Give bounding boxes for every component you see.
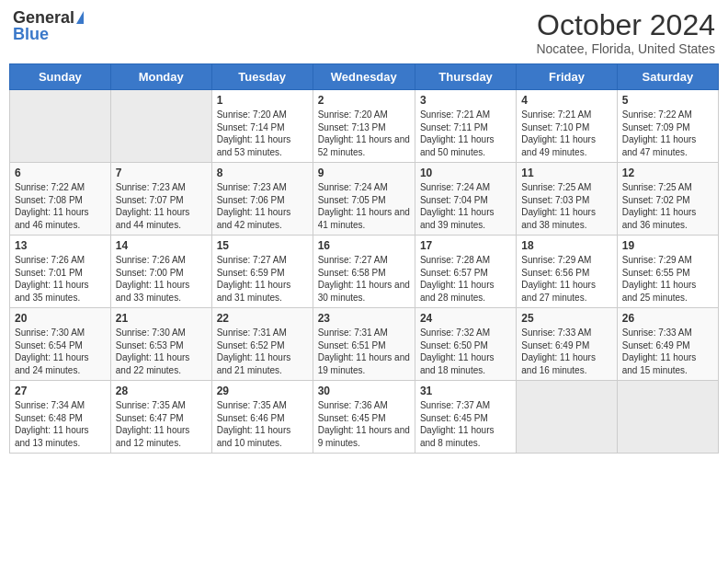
day-number: 20: [15, 312, 106, 325]
day-info: Sunrise: 7:25 AM Sunset: 7:03 PM Dayligh…: [521, 181, 611, 231]
calendar-cell: [517, 381, 617, 454]
calendar-cell: 27Sunrise: 7:34 AM Sunset: 6:48 PM Dayli…: [10, 381, 111, 454]
calendar-cell: 5Sunrise: 7:22 AM Sunset: 7:09 PM Daylig…: [617, 90, 718, 163]
day-info: Sunrise: 7:37 AM Sunset: 6:45 PM Dayligh…: [420, 399, 511, 449]
day-info: Sunrise: 7:31 AM Sunset: 6:52 PM Dayligh…: [217, 327, 308, 376]
day-number: 8: [217, 167, 308, 179]
day-number: 16: [318, 239, 410, 252]
day-number: 19: [622, 239, 713, 252]
calendar-cell: 24Sunrise: 7:32 AM Sunset: 6:50 PM Dayli…: [415, 308, 516, 381]
calendar-cell: 10Sunrise: 7:24 AM Sunset: 7:04 PM Dayli…: [415, 163, 516, 236]
calendar-cell: 11Sunrise: 7:25 AM Sunset: 7:03 PM Dayli…: [517, 163, 617, 236]
calendar-cell: 23Sunrise: 7:31 AM Sunset: 6:51 PM Dayli…: [313, 308, 415, 381]
day-info: Sunrise: 7:34 AM Sunset: 6:48 PM Dayligh…: [15, 399, 106, 449]
calendar-week-1: 1Sunrise: 7:20 AM Sunset: 7:14 PM Daylig…: [10, 90, 719, 163]
day-info: Sunrise: 7:21 AM Sunset: 7:10 PM Dayligh…: [521, 109, 611, 158]
calendar-cell: 1Sunrise: 7:20 AM Sunset: 7:14 PM Daylig…: [211, 90, 313, 163]
day-number: 4: [521, 94, 611, 107]
day-number: 12: [622, 167, 713, 179]
calendar-cell: 26Sunrise: 7:33 AM Sunset: 6:49 PM Dayli…: [617, 308, 718, 381]
day-header-sunday: Sunday: [10, 64, 111, 90]
page-header: General Blue October 2024 Nocatee, Flori…: [9, 9, 719, 56]
day-number: 14: [116, 239, 207, 252]
calendar-cell: [10, 90, 111, 163]
day-info: Sunrise: 7:32 AM Sunset: 6:50 PM Dayligh…: [420, 327, 511, 376]
calendar-cell: 30Sunrise: 7:36 AM Sunset: 6:45 PM Dayli…: [313, 381, 415, 454]
day-info: Sunrise: 7:21 AM Sunset: 7:11 PM Dayligh…: [420, 109, 511, 158]
calendar-cell: 9Sunrise: 7:24 AM Sunset: 7:05 PM Daylig…: [313, 163, 415, 236]
day-header-wednesday: Wednesday: [313, 64, 415, 90]
day-number: 21: [116, 312, 207, 325]
day-number: 3: [420, 94, 511, 107]
logo: General Blue: [13, 9, 84, 42]
calendar-cell: 2Sunrise: 7:20 AM Sunset: 7:13 PM Daylig…: [313, 90, 415, 163]
calendar-cell: 15Sunrise: 7:27 AM Sunset: 6:59 PM Dayli…: [211, 236, 313, 308]
day-number: 25: [521, 312, 611, 325]
calendar-table: SundayMondayTuesdayWednesdayThursdayFrid…: [9, 63, 719, 454]
day-number: 1: [217, 94, 308, 107]
day-header-thursday: Thursday: [415, 64, 516, 90]
day-number: 30: [318, 385, 410, 397]
day-number: 23: [318, 312, 410, 325]
day-number: 27: [15, 385, 106, 397]
day-info: Sunrise: 7:29 AM Sunset: 6:55 PM Dayligh…: [622, 254, 713, 304]
day-info: Sunrise: 7:33 AM Sunset: 6:49 PM Dayligh…: [622, 327, 713, 376]
day-number: 7: [116, 167, 207, 179]
day-number: 5: [622, 94, 713, 107]
calendar-header-row: SundayMondayTuesdayWednesdayThursdayFrid…: [10, 64, 719, 90]
calendar-cell: 21Sunrise: 7:30 AM Sunset: 6:53 PM Dayli…: [110, 308, 211, 381]
day-number: 11: [521, 167, 611, 179]
day-info: Sunrise: 7:30 AM Sunset: 6:53 PM Dayligh…: [116, 327, 207, 376]
calendar-cell: 19Sunrise: 7:29 AM Sunset: 6:55 PM Dayli…: [617, 236, 718, 308]
day-number: 29: [217, 385, 308, 397]
day-number: 10: [420, 167, 511, 179]
calendar-cell: 14Sunrise: 7:26 AM Sunset: 7:00 PM Dayli…: [110, 236, 211, 308]
day-info: Sunrise: 7:35 AM Sunset: 6:46 PM Dayligh…: [217, 399, 308, 449]
calendar-week-3: 13Sunrise: 7:26 AM Sunset: 7:01 PM Dayli…: [10, 236, 719, 308]
day-number: 24: [420, 312, 511, 325]
calendar-cell: [110, 90, 211, 163]
day-number: 28: [116, 385, 207, 397]
day-number: 15: [217, 239, 308, 252]
day-number: 22: [217, 312, 308, 325]
calendar-cell: 31Sunrise: 7:37 AM Sunset: 6:45 PM Dayli…: [415, 381, 516, 454]
day-info: Sunrise: 7:35 AM Sunset: 6:47 PM Dayligh…: [116, 399, 207, 449]
day-info: Sunrise: 7:36 AM Sunset: 6:45 PM Dayligh…: [318, 399, 410, 449]
day-number: 6: [15, 167, 106, 179]
calendar-cell: 17Sunrise: 7:28 AM Sunset: 6:57 PM Dayli…: [415, 236, 516, 308]
day-number: 17: [420, 239, 511, 252]
calendar-cell: 20Sunrise: 7:30 AM Sunset: 6:54 PM Dayli…: [10, 308, 111, 381]
calendar-cell: 28Sunrise: 7:35 AM Sunset: 6:47 PM Dayli…: [110, 381, 211, 454]
calendar-cell: 6Sunrise: 7:22 AM Sunset: 7:08 PM Daylig…: [10, 163, 111, 236]
title-block: October 2024 Nocatee, Florida, United St…: [536, 9, 715, 56]
logo-general-text: General: [13, 9, 74, 26]
calendar-cell: 22Sunrise: 7:31 AM Sunset: 6:52 PM Dayli…: [211, 308, 313, 381]
calendar-week-2: 6Sunrise: 7:22 AM Sunset: 7:08 PM Daylig…: [10, 163, 719, 236]
day-number: 9: [318, 167, 410, 179]
day-info: Sunrise: 7:28 AM Sunset: 6:57 PM Dayligh…: [420, 254, 511, 304]
calendar-cell: 8Sunrise: 7:23 AM Sunset: 7:06 PM Daylig…: [211, 163, 313, 236]
calendar-cell: 12Sunrise: 7:25 AM Sunset: 7:02 PM Dayli…: [617, 163, 718, 236]
day-info: Sunrise: 7:33 AM Sunset: 6:49 PM Dayligh…: [521, 327, 611, 376]
day-info: Sunrise: 7:30 AM Sunset: 6:54 PM Dayligh…: [15, 327, 106, 376]
logo-blue-text: Blue: [13, 26, 49, 42]
day-header-saturday: Saturday: [617, 64, 718, 90]
calendar-cell: 16Sunrise: 7:27 AM Sunset: 6:58 PM Dayli…: [313, 236, 415, 308]
calendar-cell: [617, 381, 718, 454]
calendar-cell: 29Sunrise: 7:35 AM Sunset: 6:46 PM Dayli…: [211, 381, 313, 454]
calendar-cell: 7Sunrise: 7:23 AM Sunset: 7:07 PM Daylig…: [110, 163, 211, 236]
day-info: Sunrise: 7:24 AM Sunset: 7:04 PM Dayligh…: [420, 181, 511, 231]
day-info: Sunrise: 7:22 AM Sunset: 7:08 PM Dayligh…: [15, 181, 106, 231]
day-number: 13: [15, 239, 106, 252]
day-info: Sunrise: 7:26 AM Sunset: 7:00 PM Dayligh…: [116, 254, 207, 304]
day-header-friday: Friday: [517, 64, 617, 90]
calendar-cell: 18Sunrise: 7:29 AM Sunset: 6:56 PM Dayli…: [517, 236, 617, 308]
day-info: Sunrise: 7:23 AM Sunset: 7:07 PM Dayligh…: [116, 181, 207, 231]
calendar-cell: 25Sunrise: 7:33 AM Sunset: 6:49 PM Dayli…: [517, 308, 617, 381]
location-text: Nocatee, Florida, United States: [536, 41, 715, 56]
day-header-monday: Monday: [110, 64, 211, 90]
day-info: Sunrise: 7:27 AM Sunset: 6:58 PM Dayligh…: [318, 254, 410, 304]
calendar-week-4: 20Sunrise: 7:30 AM Sunset: 6:54 PM Dayli…: [10, 308, 719, 381]
calendar-cell: 4Sunrise: 7:21 AM Sunset: 7:10 PM Daylig…: [517, 90, 617, 163]
day-info: Sunrise: 7:23 AM Sunset: 7:06 PM Dayligh…: [217, 181, 308, 231]
